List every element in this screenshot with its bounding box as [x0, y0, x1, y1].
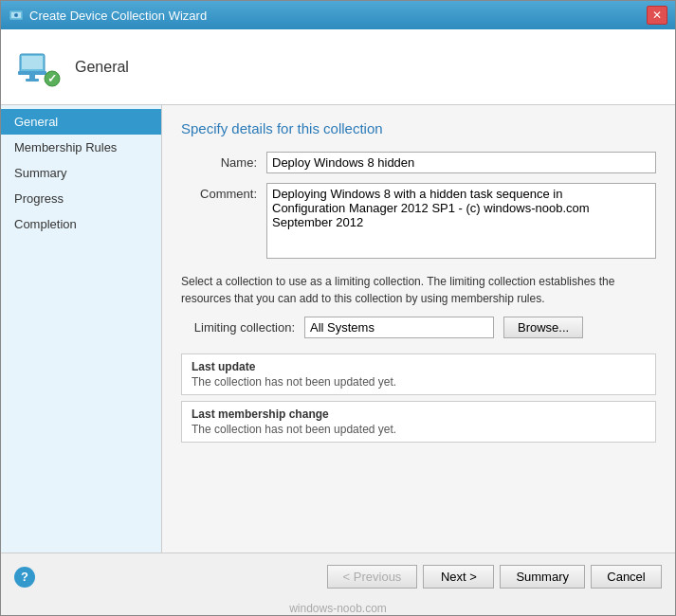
svg-rect-7 [26, 79, 39, 82]
name-input[interactable] [266, 152, 656, 173]
footer: ? < Previous Next > Summary Cancel [1, 553, 675, 600]
name-control [266, 152, 656, 173]
info-text: Select a collection to use as a limiting… [181, 273, 656, 307]
summary-button[interactable]: Summary [500, 565, 585, 589]
header-title: General [75, 59, 129, 76]
watermark: windows-noob.com [1, 600, 675, 615]
sidebar-item-completion[interactable]: Completion [1, 211, 161, 237]
last-update-title: Last update [192, 360, 646, 373]
comment-textarea[interactable]: Deploying Windows 8 with a hidden task s… [266, 183, 656, 259]
comment-row: Comment: Deploying Windows 8 with a hidd… [181, 183, 656, 262]
comment-wrapper: Deploying Windows 8 with a hidden task s… [266, 183, 656, 262]
svg-text:✓: ✓ [47, 72, 57, 85]
last-membership-title: Last membership change [192, 408, 646, 421]
title-bar: Create Device Collection Wizard ✕ [1, 1, 675, 29]
header-icon: ✓ [16, 45, 62, 90]
last-update-text: The collection has not been updated yet. [192, 375, 646, 389]
wizard-window: Create Device Collection Wizard ✕ ✓ Gene… [0, 0, 676, 616]
content-title: Specify details for this collection [181, 120, 656, 136]
comment-label: Comment: [181, 183, 266, 201]
sidebar-item-general[interactable]: General [1, 109, 161, 135]
previous-button[interactable]: < Previous [327, 565, 418, 589]
limiting-label: Limiting collection: [181, 320, 304, 335]
sidebar-item-membership-rules[interactable]: Membership Rules [1, 135, 161, 160]
main-content: General Membership Rules Summary Progres… [1, 105, 675, 553]
wizard-icon [9, 8, 24, 23]
next-button[interactable]: Next > [423, 565, 494, 589]
svg-rect-6 [29, 75, 35, 79]
last-membership-text: The collection has not been updated yet. [192, 423, 646, 436]
content-area: Specify details for this collection Name… [162, 105, 675, 553]
footer-left: ? [14, 567, 35, 588]
header-area: ✓ General [1, 29, 675, 105]
window-title: Create Device Collection Wizard [29, 9, 207, 23]
name-row: Name: [181, 152, 656, 173]
svg-rect-4 [22, 56, 43, 69]
browse-button[interactable]: Browse... [503, 317, 583, 338]
last-update-box: Last update The collection has not been … [181, 353, 656, 395]
sidebar-item-summary[interactable]: Summary [1, 160, 161, 186]
name-label: Name: [181, 152, 266, 170]
close-button[interactable]: ✕ [647, 6, 667, 25]
limiting-input[interactable] [304, 317, 494, 338]
svg-rect-5 [18, 71, 46, 75]
sidebar-item-progress[interactable]: Progress [1, 186, 161, 211]
svg-point-2 [14, 13, 18, 17]
help-button[interactable]: ? [14, 567, 35, 588]
limiting-row: Limiting collection: Browse... [181, 317, 656, 338]
cancel-button[interactable]: Cancel [591, 565, 662, 589]
footer-right: < Previous Next > Summary Cancel [327, 565, 662, 589]
last-membership-box: Last membership change The collection ha… [181, 401, 656, 443]
sidebar: General Membership Rules Summary Progres… [1, 105, 162, 553]
